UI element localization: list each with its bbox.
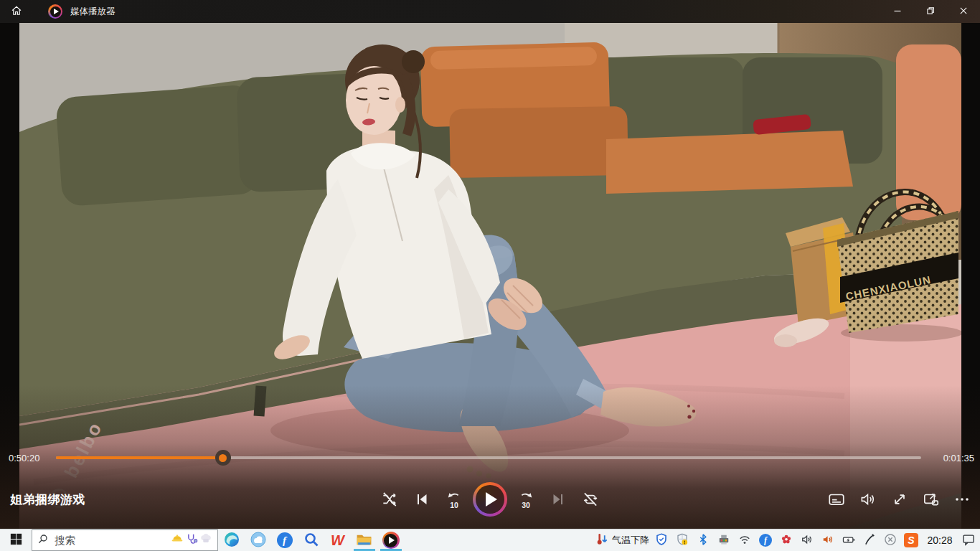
thermometer-icon — [595, 532, 609, 549]
time-elapsed: 0:50:20 — [9, 453, 53, 463]
wps-icon: W — [331, 532, 344, 549]
next-button[interactable] — [545, 486, 572, 513]
minimize-icon — [891, 4, 904, 19]
player-window: CHENXIAOLUN — [0, 23, 980, 529]
format-factory-letter: f — [283, 534, 286, 547]
restore-button[interactable] — [914, 0, 947, 23]
media-title: 姐弟捆绑游戏 — [10, 491, 85, 508]
app-volume-tray[interactable] — [819, 529, 837, 551]
subtitles-button[interactable] — [822, 486, 851, 513]
search-icon — [37, 533, 49, 547]
wifi-tray[interactable] — [736, 529, 753, 551]
sogou-icon: S — [904, 533, 918, 547]
system-tray: 气温下降 f — [595, 529, 980, 551]
system-volume-tray[interactable] — [798, 529, 816, 551]
taskbar: 搜索 f W — [0, 529, 980, 551]
skip-back-button[interactable]: 10 — [440, 486, 468, 513]
previous-icon — [413, 491, 430, 508]
skip-forward-label: 30 — [522, 501, 530, 509]
home-button[interactable] — [2, 0, 31, 23]
minimize-button[interactable] — [881, 0, 914, 23]
taskbar-app-edge[interactable] — [218, 529, 245, 551]
magnifier-app-icon — [303, 531, 320, 550]
player-controls-overlay: 0:50:20 0:01:35 姐弟捆绑游戏 — [0, 385, 980, 529]
weather-tray-button[interactable]: 气温下降 — [595, 529, 649, 551]
taskbar-app-format-factory[interactable]: f — [271, 529, 298, 551]
wifi-icon — [738, 532, 752, 549]
sync-disabled-tray[interactable] — [882, 529, 899, 551]
window-controls — [881, 0, 980, 23]
defender-alert-tray[interactable] — [674, 529, 691, 551]
taskbar-app-media-player[interactable] — [377, 529, 404, 551]
cloud-browser-icon — [250, 531, 267, 550]
control-row: 姐弟捆绑游戏 10 — [0, 481, 980, 518]
security-shield-tray[interactable] — [653, 529, 670, 551]
mini-player-icon — [922, 490, 941, 509]
media-player-icon — [382, 532, 400, 549]
format-factory-tray-icon: f — [759, 534, 772, 547]
close-icon — [957, 4, 970, 19]
shuffle-button[interactable] — [376, 486, 403, 513]
volume-icon — [859, 490, 877, 509]
search-input[interactable]: 搜索 — [32, 529, 218, 551]
more-options-icon — [953, 491, 971, 508]
notifications-icon — [961, 532, 976, 549]
media-flower-tray[interactable] — [778, 529, 795, 551]
play-icon — [486, 492, 497, 507]
sogou-letter: S — [908, 534, 914, 546]
seek-fill — [56, 456, 223, 459]
defender-shield-alert-icon — [675, 532, 689, 549]
app-title: 媒体播放器 — [70, 6, 116, 18]
skip-forward-button[interactable]: 30 — [512, 486, 540, 513]
app-logo-icon — [48, 4, 62, 19]
search-decorations — [171, 532, 212, 548]
sogou-input-tray[interactable]: S — [903, 529, 920, 551]
printer-icon — [717, 532, 731, 549]
weather-text: 气温下降 — [612, 534, 649, 547]
taskbar-app-wps[interactable]: W — [324, 529, 351, 551]
shuffle-off-icon — [380, 490, 399, 509]
pen-icon — [862, 532, 877, 549]
skip-back-label: 10 — [450, 501, 458, 509]
start-button[interactable] — [0, 529, 32, 551]
bluetooth-tray[interactable] — [694, 529, 712, 551]
close-button[interactable] — [947, 0, 980, 23]
notifications-tray[interactable] — [960, 529, 977, 551]
fullscreen-icon — [890, 490, 909, 509]
pen-tray[interactable] — [861, 529, 878, 551]
volume-button[interactable] — [854, 486, 882, 513]
taskbar-app-search-tool[interactable] — [298, 529, 324, 551]
clock-text: 20:28 — [923, 534, 956, 546]
chef-hat-icon — [199, 532, 212, 548]
file-explorer-icon — [355, 530, 373, 550]
hard-hat-icon — [171, 532, 184, 548]
volume-orange-icon — [821, 532, 835, 549]
search-placeholder: 搜索 — [55, 534, 165, 547]
format-factory-tray[interactable]: f — [757, 529, 774, 551]
repeat-button[interactable] — [577, 486, 604, 513]
screen: 媒体播放器 — [0, 0, 980, 551]
windows-logo-icon — [10, 533, 22, 547]
taskbar-app-file-explorer[interactable] — [351, 529, 377, 551]
taskbar-app-cloud-browser[interactable] — [245, 529, 271, 551]
volume-outline-icon — [800, 532, 814, 549]
subtitles-icon — [827, 490, 846, 509]
home-icon — [10, 4, 23, 19]
clock-tray[interactable]: 20:28 — [923, 529, 956, 551]
fullscreen-button[interactable] — [885, 486, 914, 513]
battery-tray[interactable] — [840, 529, 857, 551]
mini-player-button[interactable] — [917, 486, 946, 513]
previous-button[interactable] — [408, 486, 435, 513]
center-controls: 10 30 — [376, 482, 604, 517]
restore-icon — [924, 4, 937, 19]
printer-tray[interactable] — [715, 529, 732, 551]
right-controls — [822, 486, 976, 513]
seek-thumb[interactable] — [215, 450, 231, 466]
seek-bar[interactable] — [56, 449, 921, 466]
edge-icon — [223, 531, 240, 550]
more-options-button[interactable] — [948, 486, 976, 513]
play-button[interactable] — [473, 482, 507, 517]
red-flower-icon — [780, 533, 793, 548]
stethoscope-icon — [185, 532, 198, 548]
shield-icon — [654, 532, 669, 549]
